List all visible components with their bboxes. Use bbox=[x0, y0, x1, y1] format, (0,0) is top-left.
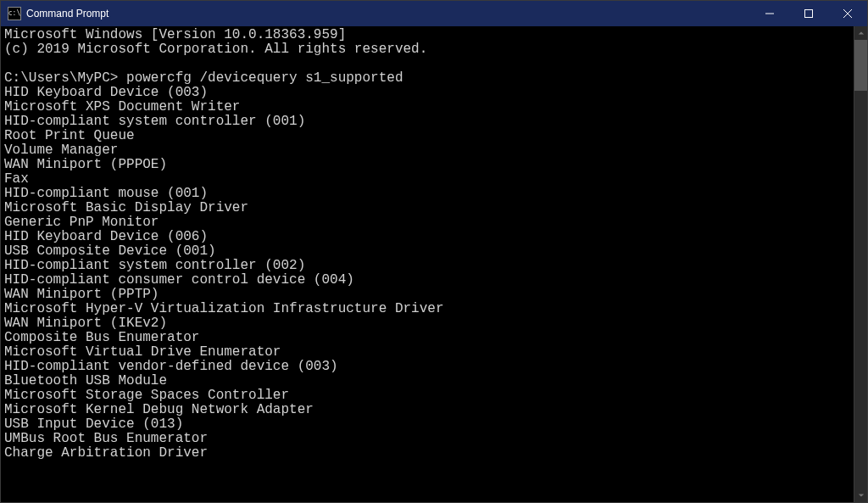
close-icon bbox=[843, 9, 852, 18]
close-button[interactable] bbox=[828, 1, 867, 26]
window-title: Command Prompt bbox=[26, 8, 108, 20]
maximize-icon bbox=[804, 9, 813, 18]
scroll-down-button[interactable] bbox=[854, 489, 867, 502]
scroll-thumb[interactable] bbox=[854, 40, 867, 91]
app-icon: c:\ bbox=[8, 7, 21, 20]
maximize-button[interactable] bbox=[789, 1, 828, 26]
chevron-up-icon bbox=[858, 30, 865, 36]
minimize-button[interactable] bbox=[750, 1, 789, 26]
command-prompt-window: c:\ Command Prompt Microsoft Windows [Ve… bbox=[0, 0, 868, 503]
scroll-up-button[interactable] bbox=[854, 26, 867, 40]
svg-rect-1 bbox=[805, 10, 813, 18]
titlebar[interactable]: c:\ Command Prompt bbox=[1, 1, 867, 26]
terminal-output[interactable]: Microsoft Windows [Version 10.0.18363.95… bbox=[1, 26, 854, 502]
minimize-icon bbox=[765, 9, 774, 18]
chevron-down-icon bbox=[858, 492, 865, 499]
vertical-scrollbar[interactable] bbox=[854, 26, 867, 502]
client-area: Microsoft Windows [Version 10.0.18363.95… bbox=[1, 26, 867, 502]
